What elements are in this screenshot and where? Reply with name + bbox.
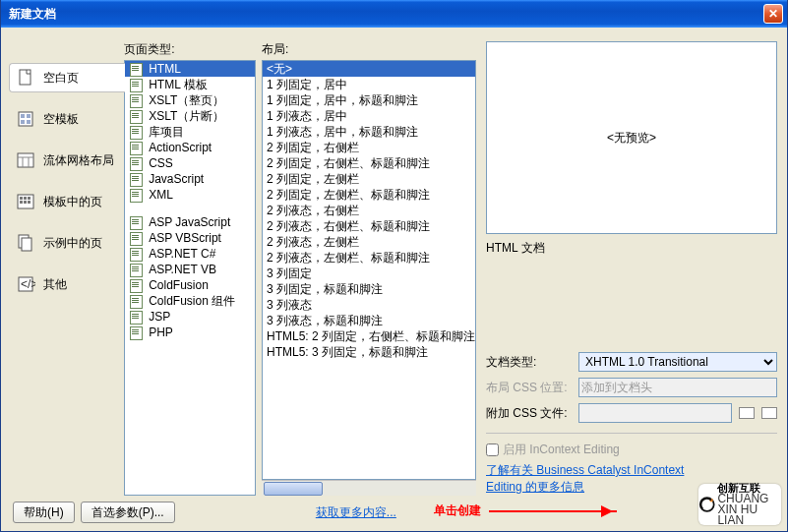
titlebar: 新建文档 ✕ — [1, 0, 787, 28]
svg-rect-3 — [27, 114, 30, 118]
list-item[interactable]: 1 列固定，居中 — [263, 77, 475, 92]
list-item-label: ASP VBScript — [149, 231, 221, 245]
browse-css-icon[interactable] — [761, 407, 777, 419]
category-other[interactable]: </> 其他 — [9, 269, 124, 299]
list-item[interactable]: 3 列液态，标题和脚注 — [263, 313, 475, 328]
list-item[interactable]: XSLT（片断） — [125, 108, 255, 124]
list-item[interactable]: 3 列固定 — [263, 266, 475, 281]
enable-ice-checkbox[interactable] — [486, 443, 499, 456]
list-item-label: 1 列固定，居中，标题和脚注 — [267, 92, 418, 109]
list-item[interactable]: ColdFusion — [125, 277, 255, 293]
list-item[interactable]: <无> — [263, 61, 475, 77]
svg-rect-0 — [20, 70, 30, 85]
list-item[interactable]: ASP.NET C# — [125, 246, 255, 262]
list-item[interactable]: ActionScript — [125, 140, 255, 155]
help-button[interactable]: 帮助(H) — [13, 502, 75, 523]
category-blank-template[interactable]: 空模板 — [9, 104, 124, 134]
list-item-label: 3 列液态，标题和脚注 — [267, 313, 383, 329]
page-type-label: 页面类型: — [124, 41, 256, 58]
doctype-select[interactable]: XHTML 1.0 Transitional — [578, 352, 777, 372]
list-item[interactable]: JSP — [125, 309, 255, 325]
dialog-window: 新建文档 ✕ 空白页 空模板 流体网格布局 模 — [0, 0, 788, 532]
list-item[interactable]: HTML5: 3 列固定，标题和脚注 — [263, 344, 475, 360]
file-icon — [129, 215, 145, 229]
list-item-label: HTML 模板 — [149, 77, 208, 93]
file-icon — [129, 188, 145, 202]
category-label: 空白页 — [43, 70, 79, 87]
list-item[interactable]: ASP JavaScript — [125, 214, 255, 230]
list-item[interactable]: HTML — [125, 61, 255, 77]
list-item[interactable]: 1 列固定，居中，标题和脚注 — [263, 92, 475, 108]
sample-page-icon — [16, 233, 35, 253]
list-item[interactable]: 2 列固定，左侧栏、标题和脚注 — [263, 187, 475, 203]
preview-placeholder: <无预览> — [607, 130, 656, 147]
category-page-from-template[interactable]: 模板中的页 — [9, 187, 124, 216]
list-item-label: HTML — [149, 62, 181, 76]
list-item[interactable]: 2 列液态，右侧栏 — [263, 203, 475, 218]
list-item[interactable]: 库项目 — [125, 124, 255, 140]
list-item-label: 3 列固定 — [267, 266, 312, 282]
list-item[interactable]: 3 列固定，标题和脚注 — [263, 281, 475, 297]
svg-rect-16 — [28, 201, 30, 204]
blank-page-icon — [16, 68, 35, 88]
category-page-from-sample[interactable]: 示例中的页 — [9, 228, 124, 258]
right-panel: <无预览> HTML 文档 文档类型: XHTML 1.0 Transition… — [486, 41, 777, 496]
list-item[interactable]: 3 列液态 — [263, 297, 475, 313]
list-item-label: 2 列液态，左侧栏、标题和脚注 — [267, 250, 430, 266]
template-page-icon — [16, 192, 35, 211]
category-label: 示例中的页 — [43, 235, 102, 252]
list-item[interactable]: PHP — [125, 325, 255, 340]
list-item-label: JSP — [149, 310, 170, 324]
list-item[interactable]: ColdFusion 组件 — [125, 293, 255, 309]
list-item[interactable]: 1 列液态，居中 — [263, 108, 475, 124]
more-content-link[interactable]: 获取更多内容... — [316, 505, 396, 519]
list-item-label: 1 列液态，居中 — [267, 108, 347, 125]
file-icon — [129, 109, 145, 123]
list-item-label: <无> — [267, 61, 292, 78]
list-item[interactable]: ASP.NET VB — [125, 262, 255, 277]
list-item[interactable]: HTML 模板 — [125, 77, 255, 92]
list-item[interactable]: ASP VBScript — [125, 230, 255, 246]
category-label: 流体网格布局 — [43, 152, 114, 169]
learn-more-link-2[interactable]: Editing 的更多信息 — [486, 480, 584, 494]
list-item[interactable]: XSLT（整页） — [125, 92, 255, 108]
list-item-label: ASP.NET C# — [149, 247, 215, 261]
list-item[interactable]: CSS — [125, 155, 255, 171]
close-button[interactable]: ✕ — [763, 4, 783, 24]
css-file-input[interactable] — [578, 403, 732, 423]
file-icon — [129, 263, 145, 276]
file-icon — [129, 310, 145, 324]
list-item-label: 2 列固定，右侧栏、标题和脚注 — [267, 155, 430, 172]
list-item[interactable]: 2 列液态，左侧栏 — [263, 234, 475, 250]
svg-text:</>: </> — [21, 277, 35, 291]
list-item[interactable]: HTML5: 2 列固定，右侧栏、标题和脚注 — [263, 328, 475, 344]
page-type-panel: 页面类型: HTMLHTML 模板XSLT（整页）XSLT（片断）库项目Acti… — [124, 41, 256, 496]
link-css-icon[interactable] — [739, 407, 755, 419]
list-item[interactable]: 2 列固定，右侧栏、标题和脚注 — [263, 155, 475, 171]
category-blank-page[interactable]: 空白页 — [9, 63, 125, 92]
list-item[interactable]: 2 列固定，左侧栏 — [263, 171, 475, 187]
enable-ice-checkbox-row[interactable]: 启用 InContext Editing — [486, 442, 777, 458]
learn-more-link[interactable]: 了解有关 Business Catalyst InContext — [486, 463, 684, 477]
layout-label: 布局: — [262, 41, 476, 58]
category-fluid-grid[interactable]: 流体网格布局 — [9, 146, 124, 175]
list-item[interactable]: 2 列固定，右侧栏 — [263, 140, 475, 155]
list-item[interactable]: 2 列液态，左侧栏、标题和脚注 — [263, 250, 475, 266]
css-pos-input — [578, 378, 777, 397]
list-item-label: ColdFusion — [149, 278, 209, 292]
list-item-label: 库项目 — [149, 124, 184, 141]
prefs-button[interactable]: 首选参数(P)... — [81, 502, 175, 523]
bottom-button-row: 帮助(H) 首选参数(P)... 获取更多内容... 创 — [9, 496, 777, 523]
list-item[interactable]: JavaScript — [125, 171, 255, 187]
svg-rect-13 — [28, 197, 30, 200]
list-item-label: ASP.NET VB — [149, 263, 216, 276]
list-item-label: 2 列液态，左侧栏 — [267, 234, 359, 251]
page-type-list[interactable]: HTMLHTML 模板XSLT（整页）XSLT（片断）库项目ActionScri… — [124, 60, 256, 496]
file-icon — [129, 231, 145, 245]
scrollbar[interactable] — [262, 480, 476, 496]
list-item[interactable]: XML — [125, 187, 255, 203]
list-item[interactable]: 2 列液态，右侧栏、标题和脚注 — [263, 218, 475, 234]
layout-list[interactable]: <无>1 列固定，居中1 列固定，居中，标题和脚注1 列液态，居中1 列液态，居… — [262, 60, 476, 480]
list-item[interactable]: 1 列液态，居中，标题和脚注 — [263, 124, 475, 140]
list-item-label: 2 列固定，右侧栏 — [267, 140, 359, 156]
